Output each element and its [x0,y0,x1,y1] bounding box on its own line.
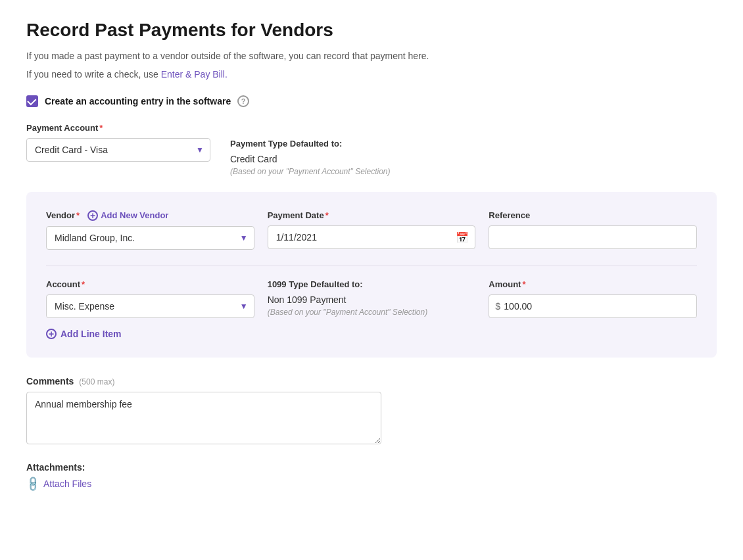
account-select-wrapper: Misc. Expense Office Supplies Travel ▼ [46,294,254,318]
type-1099-field: 1099 Type Defaulted to: Non 1099 Payment… [268,279,476,318]
account-row: Account* Misc. Expense Office Supplies T… [46,279,697,318]
payment-account-field: Payment Account* Credit Card - Visa Chec… [26,123,210,176]
vendor-field: Vendor* + Add New Vendor Midland Group, … [46,210,254,250]
payment-type-value-wrapper: Credit Card (Based on your "Payment Acco… [230,154,717,176]
vendor-label: Vendor* [46,210,80,220]
payment-type-value: Credit Card [230,154,717,164]
add-new-vendor-label: Add New Vendor [101,210,168,220]
attach-files-label: Attach Files [43,478,91,489]
payment-date-field: Payment Date* 📅 [268,210,476,250]
reference-input[interactable] [489,225,697,249]
attach-files-link[interactable]: 🔗 Attach Files [26,478,717,490]
payment-type-info: Payment Type Defaulted to: Credit Card (… [230,139,717,176]
payment-type-label: Payment Type Defaulted to: [230,139,717,149]
add-line-item-label: Add Line Item [60,329,122,339]
attachments-label: Attachments: [26,462,717,473]
page-title: Record Past Payments for Vendors [26,20,717,41]
payment-date-input[interactable] [268,225,476,249]
payment-account-label: Payment Account* [26,123,210,133]
comments-header: Comments (500 max) [26,376,717,386]
accounting-entry-row: Create an accounting entry in the softwa… [26,95,717,107]
vendor-select[interactable]: Midland Group, Inc. ABC Corp XYZ Inc [46,226,254,250]
amount-field: Amount* $ [489,279,697,318]
reference-label: Reference [489,210,697,220]
amount-prefix-icon: $ [495,301,500,312]
paperclip-icon: 🔗 [24,475,42,493]
vendor-card-section: Vendor* + Add New Vendor Midland Group, … [26,192,717,358]
vendor-select-wrapper: Midland Group, Inc. ABC Corp XYZ Inc ▼ [46,226,254,250]
accounting-entry-checkbox-wrapper[interactable]: Create an accounting entry in the softwa… [26,95,231,107]
payment-date-required: * [325,210,329,220]
reference-field: Reference [489,210,697,250]
type-1099-value: Non 1099 Payment [268,294,476,305]
amount-input[interactable] [489,294,697,318]
accounting-entry-checkbox[interactable] [26,95,38,107]
add-new-vendor-link[interactable]: + Add New Vendor [87,210,168,221]
type-1099-value-wrapper: Non 1099 Payment (Based on your "Payment… [268,294,476,317]
accounting-entry-label: Create an accounting entry in the softwa… [45,96,231,106]
account-field: Account* Misc. Expense Office Supplies T… [46,279,254,318]
vendor-required: * [76,210,80,220]
subtitle-line2: If you need to write a check, use Enter … [26,67,717,82]
amount-label: Amount* [489,279,697,289]
add-line-item-plus-icon: + [46,329,57,339]
help-icon[interactable]: ? [237,95,249,107]
calendar-icon[interactable]: 📅 [456,231,469,243]
type-1099-note: (Based on your "Payment Account" Selecti… [268,308,476,317]
card-divider [46,266,697,266]
comments-textarea[interactable]: Annual membership fee [26,392,381,444]
payment-date-input-wrapper: 📅 [268,225,476,249]
comments-max-label: (500 max) [79,377,114,386]
add-line-item-link[interactable]: + Add Line Item [46,329,697,339]
vendor-header: Vendor* + Add New Vendor [46,210,254,221]
amount-input-wrapper: $ [489,294,697,318]
account-select[interactable]: Misc. Expense Office Supplies Travel [46,294,254,318]
account-label: Account* [46,279,254,289]
add-vendor-plus-icon: + [87,210,98,221]
subtitle-line1: If you made a past payment to a vendor o… [26,49,717,63]
vendor-row: Vendor* + Add New Vendor Midland Group, … [46,210,697,250]
type-1099-label: 1099 Type Defaulted to: [268,279,476,289]
attachments-section: Attachments: 🔗 Attach Files [26,462,717,490]
account-required: * [82,279,85,289]
comments-label: Comments [26,376,74,386]
payment-account-select-wrapper: Credit Card - Visa Checking Account Savi… [26,138,210,162]
payment-account-select[interactable]: Credit Card - Visa Checking Account Savi… [26,138,210,162]
comments-section: Comments (500 max) Annual membership fee [26,376,717,446]
payment-account-required: * [99,123,103,133]
enter-pay-bill-link[interactable]: Enter & Pay Bill. [161,69,228,80]
payment-account-section: Payment Account* Credit Card - Visa Chec… [26,123,717,176]
payment-type-note: (Based on your "Payment Account" Selecti… [230,167,717,176]
amount-required: * [522,279,525,289]
payment-date-label: Payment Date* [268,210,476,220]
